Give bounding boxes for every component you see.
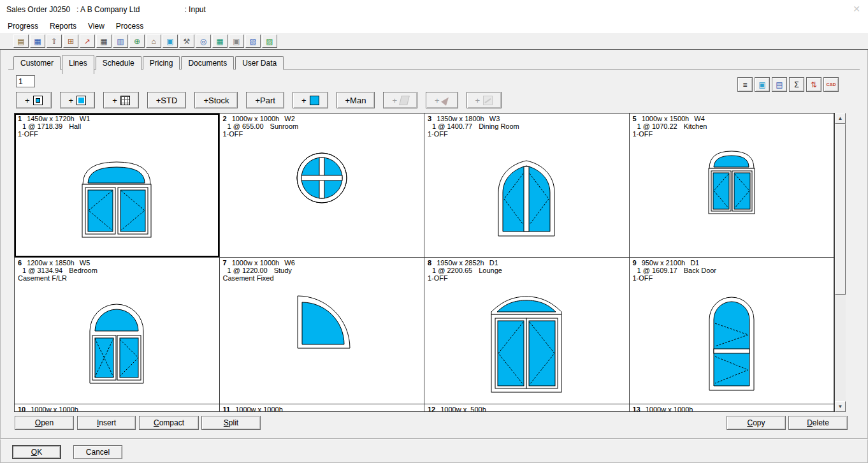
- tab-customer[interactable]: Customer: [13, 56, 61, 70]
- line-price: 1 @ 1400.77: [432, 122, 472, 130]
- grid-cell-line-7[interactable]: 71000w x 1000hW6 1 @ 1220.00Study Caseme…: [220, 258, 425, 404]
- tab-strip: Customer Lines Schedule Pricing Document…: [13, 56, 285, 74]
- split-button[interactable]: Split: [201, 416, 261, 430]
- window-drawing: [424, 140, 629, 256]
- tab-documents[interactable]: Documents: [181, 56, 234, 70]
- add-grid-button[interactable]: +: [103, 92, 139, 108]
- toolbar-cart-button[interactable]: ⊞: [63, 34, 78, 48]
- tab-lines[interactable]: Lines: [62, 55, 94, 74]
- line-dims: 1000w x 1500h: [642, 115, 690, 122]
- open-button[interactable]: Open: [15, 416, 74, 430]
- menu-process[interactable]: Process: [110, 20, 149, 33]
- window-drawing: [15, 140, 219, 256]
- toolbar-globe-button[interactable]: ⊕: [129, 34, 145, 48]
- line-location: Study: [274, 267, 292, 274]
- markup-button[interactable]: ⇅: [806, 77, 821, 92]
- grid-cell-line-3[interactable]: 31350w x 1800hW3 1 @ 1400.77Dining Room …: [424, 114, 630, 258]
- toolbar-save-button[interactable]: ▦: [30, 34, 45, 48]
- vertical-scrollbar[interactable]: ▲ ▼: [835, 113, 846, 412]
- line-price: 1 @ 3134.94: [22, 267, 62, 274]
- calculator-icon: ▦: [216, 38, 223, 45]
- add-standard-button[interactable]: +STD: [147, 92, 187, 108]
- bay-icon: [399, 96, 410, 105]
- line-location: Sunroom: [270, 122, 299, 130]
- menu-reports[interactable]: Reports: [44, 20, 82, 33]
- line-spec: 1-OFF: [18, 130, 216, 138]
- grid-cell-line-12[interactable]: 121000w x 500h: [424, 404, 630, 412]
- toolbar-window-button[interactable]: ▣: [163, 34, 178, 48]
- line-ref: W1: [80, 115, 90, 122]
- add-sash-button[interactable]: +: [60, 92, 96, 108]
- separator: [0, 438, 868, 439]
- menu-view[interactable]: View: [82, 20, 110, 33]
- stats-icon: ▨: [266, 38, 273, 45]
- menu-progress[interactable]: Progress: [2, 20, 44, 33]
- list-view-button[interactable]: ≡: [737, 77, 753, 92]
- line-location: Hall: [69, 122, 81, 130]
- scroll-down-button[interactable]: ▼: [835, 401, 846, 412]
- title-bar: Sales Order J0250 : A B Company Ltd : In…: [0, 0, 868, 19]
- add-stock-button[interactable]: +Stock: [194, 92, 238, 108]
- add-glazed-button[interactable]: +: [293, 92, 328, 108]
- line-number: 9: [633, 259, 637, 267]
- lines-grid: 11450w x 1720hW1 1 @ 1718.39Hall 1-OFF: [14, 113, 835, 412]
- add-draw-button: +: [426, 92, 458, 108]
- compact-button[interactable]: Compact: [139, 416, 199, 430]
- totals-button[interactable]: Σ: [789, 77, 804, 92]
- book-view-button[interactable]: ▤: [772, 77, 787, 92]
- grid-cell-line-5[interactable]: 51000w x 1500hW4 1 @ 1070.22Kitchen 1-OF…: [630, 114, 835, 258]
- toolbar-target-button[interactable]: ◎: [196, 34, 211, 48]
- toolbar-columns-button[interactable]: ▥: [113, 34, 128, 48]
- tab-pricing[interactable]: Pricing: [143, 56, 180, 70]
- line-spec: 1-OFF: [223, 130, 421, 138]
- toolbar-issue-button[interactable]: ⇧: [47, 34, 62, 48]
- toolbar-tools-button[interactable]: ⚒: [179, 34, 194, 48]
- ok-button[interactable]: OK: [12, 445, 61, 459]
- toolbar-chart-button[interactable]: ↗: [80, 34, 95, 48]
- grid-cell-line-1[interactable]: 11450w x 1720hW1 1 @ 1718.39Hall 1-OFF: [15, 114, 220, 258]
- cancel-button[interactable]: Cancel: [73, 445, 122, 459]
- grid-cell-line-2[interactable]: 21000w x 1000hW2 1 @ 655.00Sunroom 1-OFF: [220, 114, 425, 258]
- toolbar-table-button[interactable]: ▦: [96, 34, 112, 48]
- add-manual-button[interactable]: +Man: [336, 92, 375, 108]
- toolbar-home-button[interactable]: ⌂: [146, 34, 161, 48]
- grid-cell-line-13[interactable]: 131000w x 1000h: [630, 404, 835, 412]
- grid-cell-line-8[interactable]: 81950w x 2852hD1 1 @ 2200.65Lounge 1-OFF: [424, 258, 630, 404]
- toolbar-report-button[interactable]: ▧: [245, 34, 261, 48]
- scrollbar-thumb[interactable]: [835, 124, 846, 295]
- add-buttons-row: + + + +STD +Stock +Part +: [16, 92, 502, 108]
- tab-user-data[interactable]: User Data: [235, 56, 284, 70]
- toolbar-copy-button[interactable]: ▣: [229, 34, 244, 48]
- toolbar-calculator-button[interactable]: ▦: [212, 34, 228, 48]
- line-number: 2: [223, 115, 227, 122]
- copy-button[interactable]: Copy: [727, 416, 786, 430]
- window-drawing: [220, 140, 424, 256]
- grid-cell-line-10[interactable]: 101000w x 1000h: [15, 404, 220, 412]
- insert-button[interactable]: Insert: [77, 416, 136, 430]
- line-price: 1 @ 1718.39: [22, 122, 62, 130]
- tab-schedule[interactable]: Schedule: [96, 56, 141, 70]
- grid-cell-line-6[interactable]: 61200w x 1850hW5 1 @ 3134.94Bedroom Case…: [15, 258, 220, 404]
- line-dims: 1000w x 1000h: [646, 406, 693, 412]
- cad-button[interactable]: CAD: [823, 77, 839, 92]
- add-part-button[interactable]: +Part: [246, 92, 284, 108]
- grid-cell-line-11[interactable]: 111000w x 1000h: [220, 404, 425, 412]
- line-location: Lounge: [479, 267, 502, 274]
- graphic-view-button[interactable]: ▣: [755, 77, 770, 92]
- line-dims: 950w x 2100h: [642, 259, 686, 267]
- close-icon[interactable]: ✕: [853, 4, 860, 13]
- add-frame-button[interactable]: +: [16, 92, 52, 108]
- frame-icon: [33, 96, 43, 105]
- globe-icon: ⊕: [134, 38, 140, 45]
- window-view-icon: ▣: [758, 80, 765, 89]
- line-price: 1 @ 1609.17: [637, 267, 677, 274]
- line-dims: 1000w x 1000h: [232, 115, 280, 122]
- line-number: 5: [633, 115, 637, 122]
- scroll-up-button[interactable]: ▲: [835, 113, 846, 124]
- line-number: 7: [223, 259, 227, 267]
- grid-cell-line-9[interactable]: 9950w x 2100hD1 1 @ 1609.17Back Door 1-O…: [630, 258, 835, 404]
- line-number-input[interactable]: [16, 75, 35, 87]
- toolbar-new-order-button[interactable]: ▤: [13, 34, 29, 48]
- delete-button[interactable]: Delete: [788, 416, 848, 430]
- toolbar-stats-button[interactable]: ▨: [262, 34, 277, 48]
